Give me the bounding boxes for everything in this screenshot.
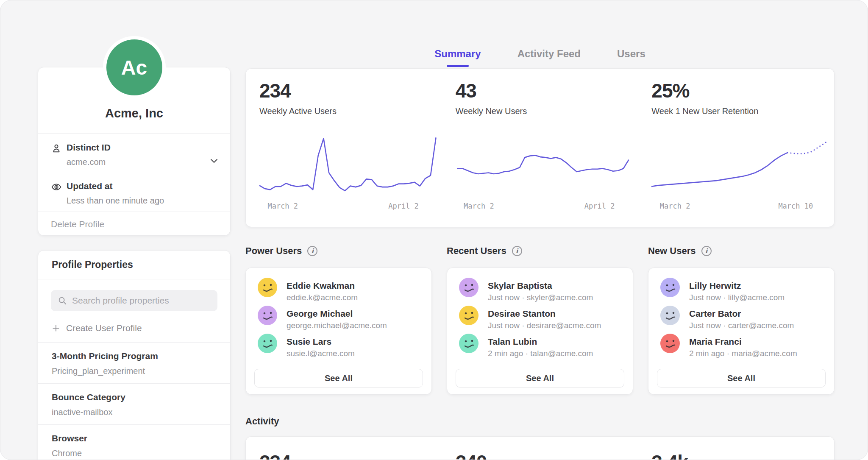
x-tick: March 2 [464, 202, 494, 210]
create-user-profile-label: Create User Profile [66, 323, 142, 333]
stat-weekly-new-users: 43 Weekly New Users March 2 April 2 [442, 69, 638, 227]
company-profile-card: Ac Acme, Inc Distinct ID acme.com Update… [38, 67, 231, 236]
sparkline-weekly-new-users [456, 135, 636, 192]
user-name: Maria Franci [689, 337, 797, 347]
user-list-headings: Power Users i Recent Users i New Users i [245, 245, 835, 256]
search-box [51, 290, 217, 311]
activity-heading: Activity [245, 416, 279, 427]
property-row[interactable]: BrowserChrome [38, 424, 230, 460]
activity-stat-value: 240 [456, 452, 638, 460]
company-name: Acme, Inc [38, 106, 230, 122]
user-name: George Michael [287, 309, 387, 319]
create-user-profile-button[interactable]: Create User Profile [52, 322, 142, 335]
user-name: Lilly Herwitz [689, 281, 785, 291]
new-users-title: New Users [648, 245, 696, 256]
x-axis: March 2 April 2 [259, 202, 440, 212]
updated-at-row: Updated at Less than one minute ago [38, 172, 230, 212]
list-item[interactable]: Lilly HerwitzJust now · lilly@acme.com [660, 278, 834, 306]
magnifier-icon [58, 296, 67, 305]
app-window: Ac Acme, Inc Distinct ID acme.com Update… [0, 0, 868, 460]
stat-weekly-active-users: 234 Weekly Active Users March 2 April 2 [246, 69, 442, 227]
list-item[interactable]: Susie Larssusie.l@acme.com [258, 334, 431, 362]
tab-summary-label: Summary [434, 48, 481, 59]
stat-label: Weekly Active Users [259, 106, 442, 116]
activity-stat-value: 3.4k [651, 452, 834, 460]
distinct-id-label: Distinct ID [67, 142, 230, 153]
info-circle-icon[interactable]: i [307, 246, 317, 256]
list-item[interactable]: Talan Lubin2 min ago · talan@acme.com [459, 334, 633, 362]
property-name: 3-Month Pricing Program [52, 351, 230, 361]
user-rows: Skylar BaptistaJust now · skyler@acme.co… [447, 268, 633, 362]
eye-icon [51, 181, 62, 192]
tab-summary[interactable]: Summary [434, 48, 481, 61]
user-detail: eddie.k@acme.com [287, 293, 358, 302]
user-detail: susie.l@acme.com [287, 349, 355, 358]
user-detail: 2 min ago · talan@acme.com [488, 349, 593, 358]
property-list: 3-Month Pricing ProgramPricing_plan_expe… [38, 342, 230, 460]
property-row[interactable]: Bounce Categoryinactive-mailbox [38, 383, 230, 424]
user-detail: Just now · lilly@acme.com [689, 293, 785, 302]
property-name: Bounce Category [52, 392, 230, 402]
profile-properties-title: Profile Properties [38, 251, 230, 279]
x-tick: April 2 [584, 202, 615, 210]
property-value: Chrome [52, 449, 230, 458]
user-name: Desirae Stanton [488, 309, 601, 319]
user-detail: Just now · skyler@acme.com [488, 293, 593, 302]
property-value: Pricing_plan_experiment [52, 366, 230, 376]
user-avatar [459, 306, 479, 325]
updated-at-value: Less than one minute ago [67, 196, 230, 206]
list-item[interactable]: Carter BatorJust now · carter@acme.com [660, 306, 834, 334]
chevron-down-icon[interactable] [209, 156, 219, 166]
new-users-card: Lilly HerwitzJust now · lilly@acme.comCa… [648, 268, 835, 395]
see-all-button[interactable]: See All [254, 369, 423, 388]
updated-at-label: Updated at [67, 181, 230, 191]
summary-stats-card: 234 Weekly Active Users March 2 April 2 … [245, 68, 835, 227]
property-value: inactive-mailbox [52, 407, 230, 417]
info-circle-icon[interactable]: i [701, 246, 712, 256]
property-row[interactable]: 3-Month Pricing ProgramPricing_plan_expe… [38, 342, 230, 383]
user-name: Carter Bator [689, 309, 794, 319]
search-input[interactable] [51, 290, 217, 311]
power-users-heading: Power Users i [245, 245, 432, 256]
sparkline-week1-retention [651, 135, 832, 192]
tab-activity-feed-label: Activity Feed [517, 48, 581, 59]
user-avatar [258, 334, 277, 353]
tab-activity-feed[interactable]: Activity Feed [517, 48, 581, 61]
x-tick: March 10 [778, 202, 813, 210]
sparkline-weekly-active-users [259, 135, 440, 192]
user-name: Eddie Kwakman [287, 281, 358, 291]
user-rows: Lilly HerwitzJust now · lilly@acme.comCa… [648, 268, 834, 362]
tab-users-label: Users [617, 48, 645, 59]
list-item[interactable]: Desirae StantonJust now · desirare@acme.… [459, 306, 633, 334]
tab-bar: Summary Activity Feed Users [245, 48, 835, 61]
x-tick: March 2 [660, 202, 690, 210]
activity-stat-value: 234 [259, 452, 442, 460]
user-detail: george.michael@acme.com [287, 321, 387, 330]
user-name: Talan Lubin [488, 337, 593, 347]
user-avatar [660, 334, 680, 353]
power-users-title: Power Users [245, 245, 302, 256]
recent-users-heading: Recent Users i [447, 245, 633, 256]
see-all-button[interactable]: See All [657, 369, 826, 388]
delete-profile-button[interactable]: Delete Profile [38, 212, 230, 236]
see-all-button[interactable]: See All [456, 369, 624, 388]
list-item[interactable]: Skylar BaptistaJust now · skyler@acme.co… [459, 278, 633, 306]
user-name: Skylar Baptista [488, 281, 593, 291]
user-name: Susie Lars [287, 337, 355, 347]
x-axis: March 2 March 10 [651, 202, 832, 212]
new-users-heading: New Users i [648, 245, 835, 256]
company-detail-rows: Distinct ID acme.com Updated at Less tha… [38, 133, 230, 236]
stat-value: 25% [651, 81, 834, 101]
user-avatar [660, 306, 680, 325]
list-item[interactable]: Maria Franci2 min ago · maria@acme.com [660, 334, 834, 362]
info-circle-icon[interactable]: i [512, 246, 522, 256]
list-item[interactable]: George Michaelgeorge.michael@acme.com [258, 306, 431, 334]
tab-users[interactable]: Users [617, 48, 645, 61]
stat-label: Week 1 New User Retention [651, 106, 834, 116]
user-list-cards: Eddie Kwakmaneddie.k@acme.comGeorge Mich… [245, 268, 835, 395]
power-users-card: Eddie Kwakmaneddie.k@acme.comGeorge Mich… [245, 268, 432, 395]
stat-value: 234 [259, 81, 442, 101]
user-avatar [459, 334, 479, 353]
list-item[interactable]: Eddie Kwakmaneddie.k@acme.com [258, 278, 431, 306]
distinct-id-row: Distinct ID acme.com [38, 133, 230, 172]
